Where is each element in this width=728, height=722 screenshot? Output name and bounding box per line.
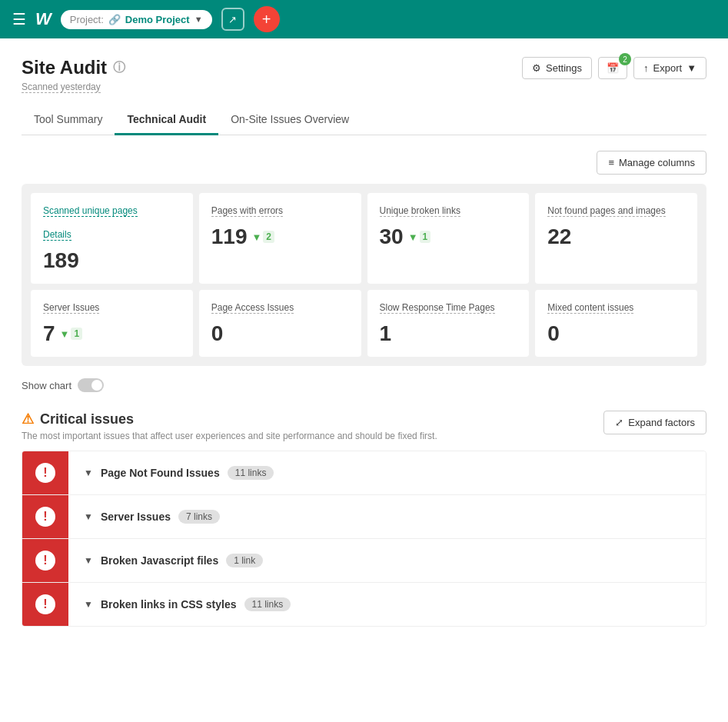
- server-issues-delta: ▼ 1: [60, 328, 83, 340]
- severity-icon: !: [35, 463, 55, 483]
- issue-severity-critical: !: [22, 539, 68, 582]
- scanned-pages-label[interactable]: Scanned unique pages: [43, 205, 138, 217]
- stat-slow-response: Slow Response Time Pages 1: [367, 290, 530, 357]
- tab-tool-summary[interactable]: Tool Summary: [22, 105, 115, 135]
- server-issues-label: Server Issues: [43, 302, 99, 314]
- help-icon[interactable]: ⓘ: [113, 60, 125, 76]
- broken-links-value: 30 ▼ 1: [380, 225, 517, 249]
- chevron-down-icon: ▼: [84, 599, 93, 610]
- issue-name: Server Issues: [101, 511, 171, 523]
- stat-not-found: Not found pages and images 22: [535, 193, 697, 284]
- access-issues-label: Page Access Issues: [211, 302, 294, 314]
- settings-button[interactable]: ⚙ Settings: [522, 57, 592, 79]
- manage-columns-label: Manage columns: [619, 157, 695, 168]
- toggle-knob: [91, 380, 102, 391]
- chevron-down-icon: ▼: [84, 511, 93, 522]
- issue-badge: 11 links: [244, 597, 291, 611]
- issue-content[interactable]: ▼ Broken Javascript files 1 link: [68, 541, 706, 580]
- access-issues-value: 0: [211, 321, 349, 346]
- issue-row: ! ▼ Server Issues 7 links: [22, 495, 706, 539]
- tab-on-site-issues[interactable]: On-Site Issues Overview: [218, 105, 361, 135]
- title-area: Site Audit ⓘ Scanned yesterday: [22, 57, 125, 93]
- expand-label: Expand factors: [628, 417, 695, 428]
- expand-factors-button[interactable]: ⤢ Expand factors: [603, 411, 706, 434]
- severity-icon: !: [35, 551, 55, 571]
- tab-bar: Tool Summary Technical Audit On-Site Iss…: [22, 105, 706, 135]
- show-chart-row: Show chart: [22, 378, 706, 392]
- stats-grid-row1: Scanned unique pages Details 189 Pages w…: [31, 193, 697, 284]
- issue-name: Page Not Found Issues: [101, 467, 220, 479]
- stat-server-issues: Server Issues 7 ▼ 1: [31, 290, 193, 357]
- menu-icon[interactable]: ☰: [12, 10, 26, 28]
- export-label: Export: [653, 62, 683, 74]
- page-title: Site Audit ⓘ: [22, 57, 125, 78]
- critical-title: ⚠ Critical issues: [22, 411, 437, 428]
- page-title-text: Site Audit: [22, 57, 107, 78]
- project-name: Demo Project: [125, 14, 190, 25]
- external-link-icon: ↗: [228, 14, 237, 25]
- arrow-down-icon: ▼: [408, 231, 418, 243]
- page-content: Site Audit ⓘ Scanned yesterday ⚙ Setting…: [0, 38, 728, 722]
- external-link-button[interactable]: ↗: [221, 8, 244, 31]
- columns-icon: ≡: [608, 157, 614, 168]
- severity-icon: !: [35, 594, 55, 614]
- show-chart-toggle[interactable]: [78, 378, 104, 392]
- issue-content[interactable]: ▼ Page Not Found Issues 11 links: [68, 454, 706, 492]
- not-found-label: Not found pages and images: [547, 205, 665, 217]
- export-button[interactable]: ↑ Export ▼: [633, 57, 706, 79]
- arrow-down-icon: ▼: [60, 328, 70, 340]
- critical-description: The most important issues that affect us…: [22, 431, 437, 441]
- show-chart-label: Show chart: [22, 380, 71, 391]
- mixed-content-label: Mixed content issues: [547, 302, 633, 314]
- export-chevron-icon: ▼: [686, 62, 696, 74]
- not-found-value: 22: [547, 225, 685, 249]
- calendar-button[interactable]: 📅 2: [598, 57, 627, 79]
- project-selector[interactable]: Project: 🔗 Demo Project ▼: [61, 10, 212, 29]
- issue-row: ! ▼ Broken links in CSS styles 11 links: [22, 583, 706, 626]
- slow-response-label: Slow Response Time Pages: [380, 302, 495, 314]
- critical-title-text: Critical issues: [40, 411, 134, 428]
- issue-badge: 11 links: [228, 466, 274, 480]
- main-area: ≡ Manage columns Scanned unique pages De…: [22, 151, 706, 627]
- calendar-badge: 2: [619, 53, 631, 65]
- severity-icon: !: [35, 507, 55, 527]
- stats-container: Scanned unique pages Details 189 Pages w…: [22, 184, 706, 366]
- arrow-down-icon: ▼: [251, 231, 261, 243]
- chevron-down-icon: ▼: [84, 467, 93, 478]
- issue-row: ! ▼ Broken Javascript files 1 link: [22, 539, 706, 583]
- top-nav: ☰ W Project: 🔗 Demo Project ▼ ↗ +: [0, 0, 728, 38]
- issue-severity-critical: !: [22, 451, 68, 494]
- pages-errors-delta: ▼ 2: [251, 231, 274, 243]
- calendar-icon: 📅: [607, 62, 619, 74]
- critical-header: ⚠ Critical issues The most important iss…: [22, 411, 706, 441]
- chevron-down-icon: ▼: [194, 15, 203, 24]
- issue-name: Broken links in CSS styles: [101, 598, 237, 611]
- issue-list: ! ▼ Page Not Found Issues 11 links ! ▼ S…: [22, 451, 706, 627]
- mixed-content-value: 0: [547, 321, 685, 346]
- scanned-label: Scanned yesterday: [22, 82, 101, 93]
- scanned-pages-details-link[interactable]: Details: [43, 229, 71, 241]
- broken-links-label: Unique broken links: [380, 205, 460, 217]
- manage-columns-button[interactable]: ≡ Manage columns: [597, 151, 706, 175]
- server-issues-value: 7 ▼ 1: [43, 321, 181, 346]
- stat-mixed-content: Mixed content issues 0: [535, 290, 697, 357]
- issue-content[interactable]: ▼ Server Issues 7 links: [68, 497, 706, 536]
- stats-grid-row2: Server Issues 7 ▼ 1 Page Access Issues 0: [31, 290, 697, 357]
- issue-row: ! ▼ Page Not Found Issues 11 links: [22, 451, 706, 495]
- warning-icon: ⚠: [22, 411, 34, 428]
- issue-badge: 7 links: [178, 510, 220, 524]
- logo: W: [35, 9, 52, 29]
- page-header: Site Audit ⓘ Scanned yesterday ⚙ Setting…: [22, 57, 706, 93]
- scanned-pages-value: 189: [43, 248, 181, 273]
- add-button[interactable]: +: [254, 6, 280, 32]
- tab-technical-audit[interactable]: Technical Audit: [115, 105, 218, 135]
- toolbar: ≡ Manage columns: [22, 151, 706, 175]
- issue-badge: 1 link: [226, 554, 263, 567]
- issue-name: Broken Javascript files: [101, 554, 218, 567]
- issue-content[interactable]: ▼ Broken links in CSS styles 11 links: [68, 585, 706, 624]
- stat-broken-links: Unique broken links 30 ▼ 1: [367, 193, 530, 284]
- issue-severity-critical: !: [22, 495, 68, 538]
- pages-errors-value: 119 ▼ 2: [211, 225, 349, 249]
- settings-label: Settings: [546, 62, 582, 74]
- slow-response-value: 1: [380, 321, 517, 346]
